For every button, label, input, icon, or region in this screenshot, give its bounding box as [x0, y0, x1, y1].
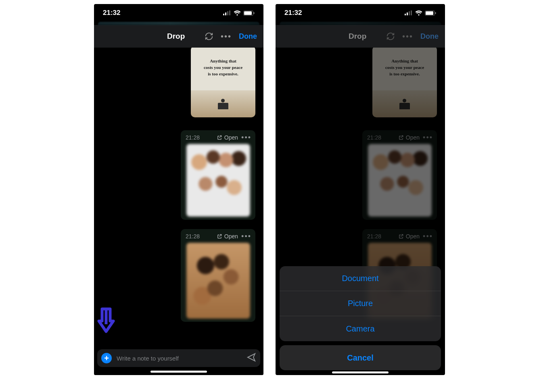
sheet-item-picture[interactable]: Picture [280, 291, 441, 316]
open-button[interactable]: Open [217, 233, 238, 240]
message-card[interactable]: 21:28 Open ••• [181, 229, 255, 322]
quote-line: costs you your peace [196, 65, 250, 71]
sheet-cancel-button[interactable]: Cancel [280, 345, 441, 370]
svg-rect-3 [229, 10, 230, 15]
note-input[interactable]: Write a note to yourself [117, 355, 179, 362]
send-button[interactable] [247, 352, 256, 364]
message-quote-card[interactable]: Anything that costs you your peace is to… [191, 48, 255, 117]
sheet-item-camera[interactable]: Camera [280, 316, 441, 341]
more-icon: ••• [402, 32, 413, 41]
open-label: Open [224, 233, 238, 240]
open-icon [217, 234, 222, 239]
phone-screenshot-left: 21:32 Drop ••• Done Anything that costs … [94, 4, 263, 375]
svg-rect-7 [405, 14, 406, 15]
done-button[interactable]: Done [239, 32, 257, 41]
battery-icon [425, 10, 436, 16]
cellular-icon [405, 10, 413, 15]
phone-screenshot-right: 21:32 Drop ••• Done Anything that costs … [276, 4, 445, 375]
svg-rect-6 [254, 12, 255, 14]
background-peek [98, 22, 259, 25]
home-indicator[interactable] [332, 371, 389, 373]
message-image[interactable] [186, 243, 250, 319]
status-indicators [405, 10, 436, 16]
sheet-item-document[interactable]: Document [280, 266, 441, 291]
svg-rect-1 [225, 13, 226, 15]
svg-rect-9 [409, 11, 410, 15]
svg-rect-5 [244, 11, 252, 15]
cellular-icon [223, 10, 231, 15]
action-sheet-group: Document Picture Camera [280, 266, 441, 341]
status-time: 21:32 [284, 9, 302, 17]
svg-rect-13 [435, 12, 436, 14]
card-more-icon[interactable]: ••• [241, 235, 251, 238]
battery-icon [243, 10, 255, 16]
more-icon[interactable]: ••• [221, 32, 232, 41]
message-card[interactable]: 21:28 Open ••• [181, 130, 255, 220]
wifi-icon [234, 10, 241, 16]
svg-rect-12 [426, 11, 433, 15]
open-icon [217, 135, 222, 140]
home-indicator[interactable] [150, 371, 207, 373]
attach-button[interactable]: + [101, 353, 112, 363]
quote-silhouette [218, 103, 228, 109]
message-time: 21:28 [186, 233, 200, 240]
card-more-icon[interactable]: ••• [241, 136, 251, 139]
send-icon [247, 352, 256, 362]
nav-bar: Drop ••• Done [94, 25, 263, 48]
nav-bar: Drop ••• Done [276, 25, 445, 48]
status-time: 21:32 [103, 9, 120, 17]
quote-line: Anything that [196, 58, 250, 65]
done-button: Done [420, 32, 439, 41]
sync-icon [386, 32, 395, 41]
action-sheet: Document Picture Camera Cancel [280, 266, 441, 370]
input-bar: + Write a note to yourself [94, 347, 263, 375]
chat-area[interactable]: Anything that costs you your peace is to… [94, 48, 263, 347]
svg-rect-2 [227, 11, 228, 15]
background-peek [280, 22, 441, 25]
wifi-icon [415, 10, 422, 16]
svg-rect-8 [407, 13, 408, 15]
status-indicators [223, 10, 255, 16]
message-image[interactable] [186, 144, 250, 217]
svg-rect-10 [411, 10, 412, 15]
nav-title: Drop [167, 32, 185, 41]
nav-title: Drop [349, 32, 366, 41]
open-label: Open [224, 134, 238, 141]
status-bar: 21:32 [276, 4, 445, 22]
quote-line: is too expensive. [196, 71, 250, 77]
annotation-arrow-icon [96, 307, 116, 336]
sync-icon[interactable] [205, 32, 213, 41]
open-button[interactable]: Open [217, 134, 238, 141]
svg-rect-0 [223, 14, 224, 15]
status-bar: 21:32 [94, 4, 263, 22]
message-time: 21:28 [186, 134, 200, 141]
